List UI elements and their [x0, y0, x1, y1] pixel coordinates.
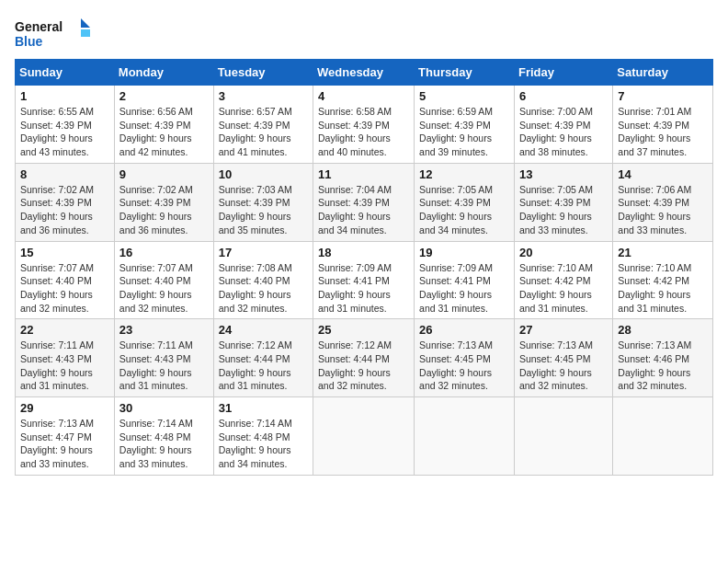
day-number: 27 [519, 323, 608, 337]
logo-svg: General Blue [15, 15, 97, 52]
day-info: Sunrise: 6:58 AM Sunset: 4:39 PM Dayligh… [318, 105, 409, 159]
day-number: 26 [419, 323, 509, 337]
calendar-cell: 21 Sunrise: 7:10 AM Sunset: 4:42 PM Dayl… [613, 241, 713, 319]
calendar-cell: 6 Sunrise: 7:00 AM Sunset: 4:39 PM Dayli… [514, 86, 612, 164]
day-info: Sunrise: 7:13 AM Sunset: 4:47 PM Dayligh… [20, 417, 109, 471]
calendar-cell: 26 Sunrise: 7:13 AM Sunset: 4:45 PM Dayl… [415, 319, 515, 397]
day-number: 29 [20, 401, 109, 415]
calendar-cell: 17 Sunrise: 7:08 AM Sunset: 4:40 PM Dayl… [213, 241, 313, 319]
calendar-cell: 28 Sunrise: 7:13 AM Sunset: 4:46 PM Dayl… [613, 319, 713, 397]
calendar-cell: 24 Sunrise: 7:12 AM Sunset: 4:44 PM Dayl… [213, 319, 313, 397]
day-number: 4 [318, 89, 409, 103]
header-thursday: Thursday [415, 60, 515, 86]
day-info: Sunrise: 6:57 AM Sunset: 4:39 PM Dayligh… [219, 105, 308, 159]
calendar-cell: 16 Sunrise: 7:07 AM Sunset: 4:40 PM Dayl… [114, 241, 213, 319]
day-number: 28 [618, 323, 708, 337]
calendar-week-1: 1 Sunrise: 6:55 AM Sunset: 4:39 PM Dayli… [16, 86, 713, 164]
calendar-cell: 12 Sunrise: 7:05 AM Sunset: 4:39 PM Dayl… [415, 163, 515, 241]
header-wednesday: Wednesday [313, 60, 415, 86]
calendar-table: SundayMondayTuesdayWednesdayThursdayFrid… [15, 59, 713, 476]
header-friday: Friday [514, 60, 612, 86]
header-sunday: Sunday [16, 60, 115, 86]
day-info: Sunrise: 7:12 AM Sunset: 4:44 PM Dayligh… [219, 339, 308, 393]
day-info: Sunrise: 7:11 AM Sunset: 4:43 PM Dayligh… [20, 339, 109, 393]
calendar-cell: 9 Sunrise: 7:02 AM Sunset: 4:39 PM Dayli… [114, 163, 213, 241]
calendar-week-4: 22 Sunrise: 7:11 AM Sunset: 4:43 PM Dayl… [16, 319, 713, 397]
calendar-cell: 3 Sunrise: 6:57 AM Sunset: 4:39 PM Dayli… [213, 86, 313, 164]
day-number: 10 [219, 167, 308, 181]
day-number: 8 [20, 167, 109, 181]
calendar-cell: 10 Sunrise: 7:03 AM Sunset: 4:39 PM Dayl… [213, 163, 313, 241]
day-info: Sunrise: 6:55 AM Sunset: 4:39 PM Dayligh… [20, 105, 109, 159]
day-number: 16 [119, 246, 209, 259]
header-row: General Blue [15, 15, 713, 52]
calendar-week-2: 8 Sunrise: 7:02 AM Sunset: 4:39 PM Dayli… [16, 163, 713, 241]
day-number: 25 [318, 323, 409, 337]
day-number: 17 [219, 246, 308, 259]
day-number: 18 [318, 246, 409, 259]
calendar-cell [313, 397, 415, 476]
day-info: Sunrise: 7:03 AM Sunset: 4:39 PM Dayligh… [219, 183, 308, 237]
calendar-cell: 20 Sunrise: 7:10 AM Sunset: 4:42 PM Dayl… [514, 241, 612, 319]
calendar-cell: 18 Sunrise: 7:09 AM Sunset: 4:41 PM Dayl… [313, 241, 415, 319]
day-number: 24 [219, 323, 308, 337]
day-info: Sunrise: 7:13 AM Sunset: 4:45 PM Dayligh… [519, 339, 608, 393]
day-info: Sunrise: 7:02 AM Sunset: 4:39 PM Dayligh… [20, 183, 109, 237]
day-number: 11 [318, 167, 409, 181]
header-monday: Monday [114, 60, 213, 86]
day-info: Sunrise: 7:09 AM Sunset: 4:41 PM Dayligh… [318, 261, 409, 316]
day-info: Sunrise: 7:10 AM Sunset: 4:42 PM Dayligh… [519, 261, 608, 316]
day-number: 13 [519, 167, 608, 181]
day-number: 22 [20, 323, 109, 337]
day-number: 23 [119, 323, 209, 337]
day-number: 9 [119, 167, 209, 181]
day-info: Sunrise: 7:02 AM Sunset: 4:39 PM Dayligh… [119, 183, 209, 237]
logo: General Blue [15, 15, 97, 52]
calendar-cell: 4 Sunrise: 6:58 AM Sunset: 4:39 PM Dayli… [313, 86, 415, 164]
calendar-week-3: 15 Sunrise: 7:07 AM Sunset: 4:40 PM Dayl… [16, 241, 713, 319]
day-number: 7 [618, 89, 708, 103]
calendar-cell: 1 Sunrise: 6:55 AM Sunset: 4:39 PM Dayli… [16, 86, 115, 164]
calendar-cell: 25 Sunrise: 7:12 AM Sunset: 4:44 PM Dayl… [313, 319, 415, 397]
day-info: Sunrise: 7:07 AM Sunset: 4:40 PM Dayligh… [20, 261, 109, 316]
day-info: Sunrise: 7:05 AM Sunset: 4:39 PM Dayligh… [519, 183, 608, 237]
calendar-cell: 14 Sunrise: 7:06 AM Sunset: 4:39 PM Dayl… [613, 163, 713, 241]
calendar-week-5: 29 Sunrise: 7:13 AM Sunset: 4:47 PM Dayl… [16, 397, 713, 476]
calendar-cell: 13 Sunrise: 7:05 AM Sunset: 4:39 PM Dayl… [514, 163, 612, 241]
day-info: Sunrise: 6:59 AM Sunset: 4:39 PM Dayligh… [419, 105, 509, 159]
calendar-cell [415, 397, 515, 476]
day-info: Sunrise: 7:01 AM Sunset: 4:39 PM Dayligh… [618, 105, 708, 159]
calendar-cell [514, 397, 612, 476]
calendar-cell: 11 Sunrise: 7:04 AM Sunset: 4:39 PM Dayl… [313, 163, 415, 241]
calendar-cell: 29 Sunrise: 7:13 AM Sunset: 4:47 PM Dayl… [16, 397, 115, 476]
day-number: 3 [219, 89, 308, 103]
calendar-cell: 22 Sunrise: 7:11 AM Sunset: 4:43 PM Dayl… [16, 319, 115, 397]
calendar-cell [613, 397, 713, 476]
svg-text:General: General [15, 19, 63, 34]
svg-text:Blue: Blue [15, 34, 43, 49]
svg-marker-2 [81, 18, 90, 28]
calendar-cell: 31 Sunrise: 7:14 AM Sunset: 4:48 PM Dayl… [213, 397, 313, 476]
day-number: 1 [20, 89, 109, 103]
calendar-cell: 15 Sunrise: 7:07 AM Sunset: 4:40 PM Dayl… [16, 241, 115, 319]
day-info: Sunrise: 7:05 AM Sunset: 4:39 PM Dayligh… [419, 183, 509, 237]
day-number: 20 [519, 246, 608, 259]
calendar-cell: 8 Sunrise: 7:02 AM Sunset: 4:39 PM Dayli… [16, 163, 115, 241]
day-info: Sunrise: 7:14 AM Sunset: 4:48 PM Dayligh… [119, 417, 209, 471]
day-info: Sunrise: 7:07 AM Sunset: 4:40 PM Dayligh… [119, 261, 209, 316]
day-info: Sunrise: 7:08 AM Sunset: 4:40 PM Dayligh… [219, 261, 308, 316]
day-info: Sunrise: 7:14 AM Sunset: 4:48 PM Dayligh… [219, 417, 308, 471]
calendar-cell: 27 Sunrise: 7:13 AM Sunset: 4:45 PM Dayl… [514, 319, 612, 397]
day-info: Sunrise: 7:12 AM Sunset: 4:44 PM Dayligh… [318, 339, 409, 393]
calendar-cell: 2 Sunrise: 6:56 AM Sunset: 4:39 PM Dayli… [114, 86, 213, 164]
day-info: Sunrise: 7:04 AM Sunset: 4:39 PM Dayligh… [318, 183, 409, 237]
day-number: 15 [20, 246, 109, 259]
header-saturday: Saturday [613, 60, 713, 86]
day-number: 12 [419, 167, 509, 181]
day-number: 19 [419, 246, 509, 259]
calendar-cell: 19 Sunrise: 7:09 AM Sunset: 4:41 PM Dayl… [415, 241, 515, 319]
day-number: 5 [419, 89, 509, 103]
calendar-cell: 5 Sunrise: 6:59 AM Sunset: 4:39 PM Dayli… [415, 86, 515, 164]
day-info: Sunrise: 7:13 AM Sunset: 4:45 PM Dayligh… [419, 339, 509, 393]
day-number: 2 [119, 89, 209, 103]
